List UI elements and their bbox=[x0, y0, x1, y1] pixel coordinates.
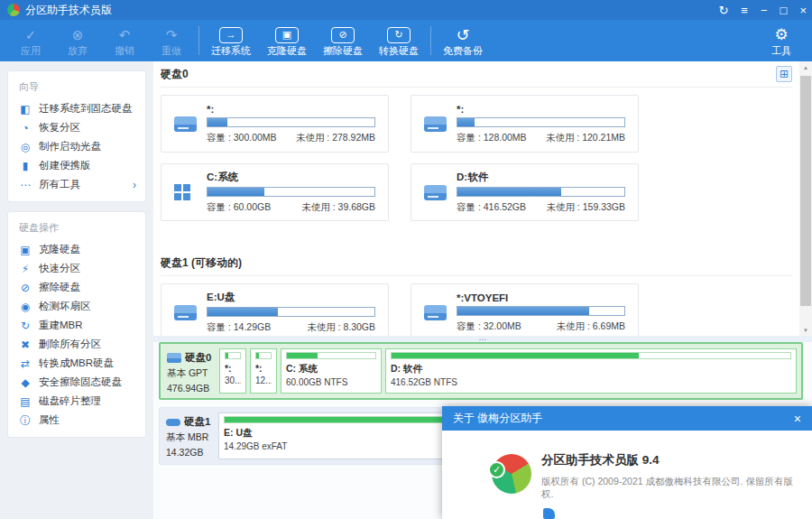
broom-icon: ⊘ bbox=[17, 283, 33, 293]
scroll-up-icon[interactable]: ▲ bbox=[799, 61, 812, 73]
partition-block-reserved2[interactable]: *: 12... bbox=[250, 348, 277, 394]
disk-icon bbox=[167, 353, 181, 363]
partition-card-d-software[interactable]: D:软件 容量 : 416.52GB 未使用 : 159.33GB bbox=[411, 163, 639, 221]
rebuild-mbr-icon: ↻ bbox=[17, 320, 33, 331]
sidebar-item-convert-to-mbr[interactable]: ⇄ 转换成MBR硬盘 bbox=[8, 354, 145, 373]
about-dialog-titlebar: 关于 傲梅分区助手 × bbox=[442, 406, 812, 431]
panel-splitter[interactable]: ⋯ bbox=[153, 336, 812, 342]
bootable-disc-icon: ◎ bbox=[17, 142, 33, 153]
sidebar-item-secure-erase-ssd[interactable]: ◆ 安全擦除固态硬盘 bbox=[8, 373, 145, 392]
convert-disk-button[interactable]: ↻ 转换硬盘 bbox=[371, 22, 427, 60]
close-icon[interactable]: × bbox=[794, 412, 801, 426]
free-label: 未使用 : 159.33GB bbox=[546, 201, 625, 214]
wizard-section-title: 向导 bbox=[8, 77, 145, 99]
free-label: 未使用 : 8.30GB bbox=[307, 321, 375, 334]
discard-button[interactable]: ⊗ 放弃 bbox=[54, 22, 101, 60]
trash-icon: ✖ bbox=[17, 339, 33, 350]
capacity-label: 容量 : 300.00MB bbox=[207, 132, 277, 144]
usb-drive-icon bbox=[424, 305, 447, 320]
free-label: 未使用 : 6.69MB bbox=[557, 320, 625, 333]
disk0-size: 476.94GB bbox=[167, 383, 217, 394]
disk0-cards: *: 容量 : 300.00MB 未使用 : 278.92MB *: 容量 : … bbox=[153, 88, 799, 221]
sidebar-item-clone-disk[interactable]: ▣ 克隆硬盘 bbox=[8, 240, 145, 259]
free-label: 未使用 : 278.92MB bbox=[296, 132, 375, 144]
sidebar-item-quick-partition[interactable]: ⚡ 快速分区 bbox=[8, 259, 145, 278]
sidebar-item-recover-partition[interactable]: ◔ 恢复分区 bbox=[8, 118, 145, 137]
free-backup-button[interactable]: ↺ 免费备份 bbox=[435, 22, 491, 60]
drive-icon bbox=[424, 185, 447, 200]
capacity-label: 容量 : 128.00MB bbox=[457, 132, 527, 144]
partition-card-c-system[interactable]: C:系统 容量 : 60.00GB 未使用 : 39.68GB bbox=[161, 163, 389, 221]
sidebar-item-migrate-os-to-ssd[interactable]: ◧ 迁移系统到固态硬盘 bbox=[8, 99, 145, 118]
close-icon[interactable]: × bbox=[799, 5, 807, 16]
capacity-label: 容量 : 416.52GB bbox=[457, 201, 526, 214]
usage-bar bbox=[457, 117, 625, 127]
convert-arrows-icon: ⇄ bbox=[17, 358, 33, 369]
partition-block-c-system[interactable]: C: 系统 60.00GB NTFS bbox=[281, 348, 382, 394]
lightning-icon: ⚡ bbox=[17, 264, 33, 274]
usage-bar bbox=[255, 352, 272, 359]
partition-card-vtoyefi[interactable]: *:VTOYEFI 容量 : 32.00MB 未使用 : 6.69MB bbox=[411, 283, 639, 336]
sidebar: 向导 ◧ 迁移系统到固态硬盘 ◔ 恢复分区 ◎ 制作启动光盘 ▮ 创建便携版 ⋯… bbox=[0, 61, 153, 519]
sidebar-item-create-portable[interactable]: ▮ 创建便携版 bbox=[8, 156, 145, 175]
sidebar-item-wipe-disk[interactable]: ⊘ 擦除硬盘 bbox=[8, 278, 145, 297]
usage-bar bbox=[391, 352, 791, 359]
usb-stick-icon: ▮ bbox=[17, 161, 33, 171]
sidebar-item-make-bootable-media[interactable]: ◎ 制作启动光盘 bbox=[8, 137, 145, 156]
usage-bar bbox=[207, 307, 375, 317]
redo-button[interactable]: ↷ 重做 bbox=[148, 22, 195, 60]
partition-card-reserved1[interactable]: *: 容量 : 300.00MB 未使用 : 278.92MB bbox=[161, 95, 389, 153]
view-toggle-icon[interactable]: ⊞ bbox=[776, 66, 792, 82]
discard-circle-x-icon: ⊗ bbox=[72, 26, 84, 44]
menu-icon[interactable]: ≡ bbox=[741, 5, 748, 16]
disk0-row[interactable]: 硬盘0 基本 GPT 476.94GB *: 30... *: 12... bbox=[159, 342, 803, 400]
disk0-label[interactable]: 硬盘0 基本 GPT 476.94GB bbox=[165, 348, 219, 394]
usage-bar bbox=[225, 352, 241, 359]
usage-bar bbox=[457, 306, 625, 316]
about-dialog-body: ✓ 分区助手技术员版 9.4 版权所有 (C) 2009-2021 成都傲梅科技… bbox=[442, 431, 812, 519]
app-logo-icon bbox=[7, 4, 20, 16]
app-window: 分区助手技术员版 ↻ ≡ − □ × ✓ 应用 ⊗ 放弃 ↶ 撤销 ↷ 重做 → bbox=[0, 0, 812, 519]
toolbar-separator bbox=[198, 26, 199, 55]
partition-card-e-usb[interactable]: E:U盘 容量 : 14.29GB 未使用 : 8.30GB bbox=[161, 283, 389, 336]
minimize-icon[interactable]: − bbox=[761, 5, 768, 16]
migrate-os-icon: ◧ bbox=[17, 104, 33, 115]
capacity-label: 容量 : 60.00GB bbox=[207, 201, 271, 214]
tools-button[interactable]: ⚙ 工具 bbox=[758, 22, 805, 60]
sidebar-item-defragment[interactable]: ▤ 磁盘碎片整理 bbox=[8, 392, 145, 411]
sector-scan-icon: ◉ bbox=[17, 301, 33, 312]
sidebar-item-all-tools[interactable]: ⋯ 所有工具 › bbox=[8, 175, 145, 194]
disk1-title: 硬盘1 (可移动的) bbox=[161, 255, 242, 271]
disk-operations-section: 硬盘操作 ▣ 克隆硬盘 ⚡ 快速分区 ⊘ 擦除硬盘 ◉ 检测坏扇区 ↻ 重建MB… bbox=[7, 211, 146, 438]
scroll-down-icon[interactable]: ▼ bbox=[799, 324, 812, 336]
migrate-disk-icon: → bbox=[219, 27, 243, 43]
disk0-title: 硬盘0 bbox=[161, 67, 189, 82]
check-badge-icon: ✓ bbox=[488, 461, 505, 478]
disk1-header: 硬盘1 (可移动的) bbox=[153, 250, 799, 273]
sidebar-item-properties[interactable]: ⓘ 属性 bbox=[8, 411, 145, 430]
maximize-icon[interactable]: □ bbox=[780, 5, 788, 16]
copyright-text: 版权所有 (C) 2009-2021 成都傲梅科技有限公司. 保留所有版权. bbox=[541, 476, 794, 501]
usage-bar bbox=[207, 117, 375, 127]
about-dialog: 关于 傲梅分区助手 × ✓ 分区助手技术员版 9.4 版权所有 (C) 2009… bbox=[442, 406, 812, 519]
sidebar-item-check-bad-sectors[interactable]: ◉ 检测坏扇区 bbox=[8, 297, 145, 316]
disk1-type: 基本 MBR bbox=[166, 431, 217, 444]
free-label: 未使用 : 39.68GB bbox=[301, 201, 375, 214]
partition-block-d-software[interactable]: D: 软件 416.52GB NTFS bbox=[385, 348, 797, 394]
apply-button[interactable]: ✓ 应用 bbox=[7, 22, 54, 60]
migrate-os-button[interactable]: → 迁移系统 bbox=[203, 22, 259, 60]
usb-drive-icon bbox=[174, 305, 197, 320]
sidebar-item-rebuild-mbr[interactable]: ↻ 重建MBR bbox=[8, 316, 145, 335]
wipe-disk-button[interactable]: ⊘ 擦除硬盘 bbox=[315, 22, 371, 60]
disk1-label[interactable]: 硬盘1 基本 MBR 14.32GB bbox=[164, 412, 218, 459]
partition-card-reserved2[interactable]: *: 容量 : 128.00MB 未使用 : 120.21MB bbox=[411, 95, 639, 153]
vertical-scrollbar[interactable]: ▲ ▼ bbox=[799, 61, 812, 336]
undo-button[interactable]: ↶ 撤销 bbox=[101, 22, 148, 60]
product-name: 分区助手技术员版 9.4 bbox=[541, 452, 660, 468]
scrollbar-thumb[interactable] bbox=[800, 76, 811, 306]
sidebar-item-delete-all-partitions[interactable]: ✖ 删除所有分区 bbox=[8, 335, 145, 354]
toolbar-separator bbox=[430, 26, 431, 55]
partition-block-reserved1[interactable]: *: 30... bbox=[219, 348, 246, 394]
refresh-icon[interactable]: ↻ bbox=[718, 5, 728, 16]
clone-disk-button[interactable]: ▣ 克隆硬盘 bbox=[259, 22, 315, 60]
